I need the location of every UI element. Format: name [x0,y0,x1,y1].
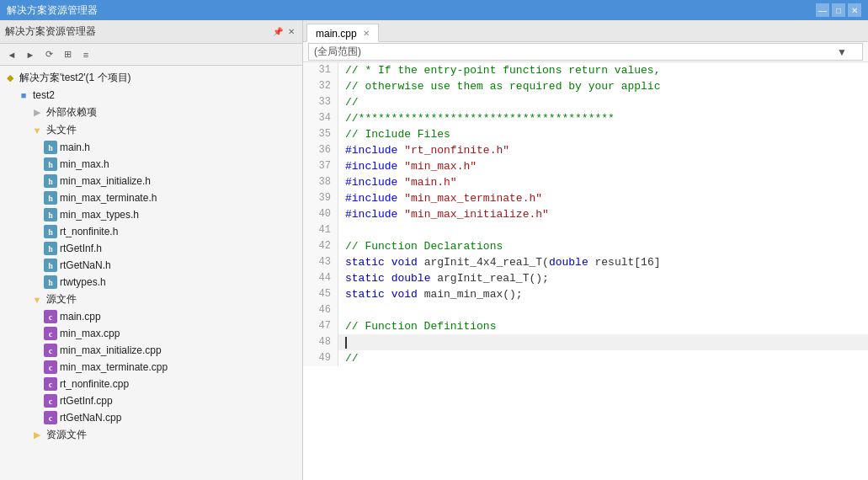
sidebar-pin-button[interactable]: 📌 [272,26,284,38]
title-bar: 解决方案资源管理器 — □ ✕ [0,0,868,20]
tree-item-7[interactable]: hmin_max_terminate.h [0,189,302,206]
code-line-39[interactable]: 39#include "min_max_terminate.h" [303,190,868,206]
tree-label: rtwtypes.h [60,276,106,288]
tree-label: rt_nonfinite.cpp [60,378,129,390]
code-line-33[interactable]: 33// [303,94,868,110]
keyword-token: static [345,272,385,285]
header-icon: h [44,242,57,255]
preprocessor-token: #include [345,160,397,173]
plain-token: result[16] [588,256,661,269]
string-token: "rt_nonfinite.h" [404,144,509,157]
preprocessor-token: #include [345,176,397,189]
code-line-31[interactable]: 31// * If the entry-point functions retu… [303,62,868,78]
line-number-46: 46 [303,302,338,318]
toolbar-forward-button[interactable]: ► [22,46,39,63]
code-line-49[interactable]: 49// [303,350,868,366]
tree-item-0[interactable]: ◆解决方案'test2'(1 个项目) [0,69,302,87]
tree-item-1[interactable]: ■test2 [0,87,302,104]
tree-label: rtGetInf.h [60,243,102,254]
tree-item-6[interactable]: hmin_max_initialize.h [0,173,302,189]
tree-label: rt_nonfinite.h [60,226,118,237]
cpp-icon: c [44,344,57,357]
line-number-42: 42 [303,238,338,254]
tree-label: 源文件 [46,292,77,307]
line-content-32: // otherwise use them as required by you… [338,78,660,94]
tab-close-button[interactable]: ✕ [363,29,370,38]
code-line-43[interactable]: 43static void argInit_4x4_real_T(double … [303,254,868,270]
line-content-42: // Function Declarations [338,238,503,254]
code-line-48[interactable]: 48 [303,334,868,350]
toolbar-properties-button[interactable]: ≡ [77,46,94,63]
plain-token: main_min_max(); [418,288,523,301]
header-icon: h [44,259,57,272]
tree-item-14[interactable]: cmain.cpp [0,308,302,325]
cpp-icon: c [44,310,57,323]
line-content-41 [338,222,345,238]
code-line-34[interactable]: 34//************************************… [303,110,868,126]
code-line-47[interactable]: 47// Function Definitions [303,318,868,334]
cpp-icon: c [44,327,57,340]
tree-item-21[interactable]: ▶资源文件 [0,426,302,444]
code-line-36[interactable]: 36#include "rt_nonfinite.h" [303,142,868,158]
tree-item-10[interactable]: hrtGetInf.h [0,240,302,257]
comment-token: // [345,96,359,109]
maximize-button[interactable]: □ [832,3,845,17]
close-button[interactable]: ✕ [848,3,861,17]
code-area[interactable]: 31// * If the entry-point functions retu… [303,62,868,480]
scope-dropdown[interactable]: (全局范围) ▼ [308,43,863,61]
sidebar-tree: ◆解决方案'test2'(1 个项目)■test2▶外部依赖项▼头文件hmain… [0,66,302,480]
code-line-35[interactable]: 35// Include Files [303,126,868,142]
line-content-46 [338,302,345,318]
tree-item-20[interactable]: crtGetNaN.cpp [0,409,302,426]
header-icon: h [44,141,57,154]
code-line-37[interactable]: 37#include "min_max.h" [303,158,868,174]
cpp-icon: c [44,360,57,374]
tree-item-9[interactable]: hrt_nonfinite.h [0,223,302,240]
code-line-41[interactable]: 41 [303,222,868,238]
toolbar-sync-button[interactable]: ⟳ [40,46,57,63]
tree-item-11[interactable]: hrtGetNaN.h [0,257,302,274]
line-number-33: 33 [303,94,338,110]
code-line-45[interactable]: 45static void main_min_max(); [303,286,868,302]
tree-item-5[interactable]: hmin_max.h [0,156,302,173]
tree-item-3[interactable]: ▼头文件 [0,121,302,139]
line-number-44: 44 [303,270,338,286]
sidebar: 解决方案资源管理器 📌 ✕ ◄ ► ⟳ ⊞ ≡ ◆解决方案'test2'(1 个… [0,20,303,480]
line-number-41: 41 [303,222,338,238]
code-line-40[interactable]: 40#include "min_max_initialize.h" [303,206,868,222]
code-line-32[interactable]: 32// otherwise use them as required by y… [303,78,868,94]
tree-item-12[interactable]: hrtwtypes.h [0,274,302,291]
toolbar-new-solution-button[interactable]: ⊞ [59,46,76,63]
tree-item-13[interactable]: ▼源文件 [0,291,302,308]
line-content-34: //**************************************… [338,110,615,126]
sidebar-header-actions: 📌 ✕ [272,26,297,38]
line-number-49: 49 [303,350,338,366]
code-line-42[interactable]: 42// Function Declarations [303,238,868,254]
tree-item-17[interactable]: cmin_max_terminate.cpp [0,359,302,376]
line-number-40: 40 [303,206,338,222]
toolbar-back-button[interactable]: ◄ [3,46,20,63]
tree-item-16[interactable]: cmin_max_initialize.cpp [0,342,302,359]
tree-item-18[interactable]: crt_nonfinite.cpp [0,376,302,392]
tree-label: rtGetInf.cpp [60,395,113,407]
keyword-token: double [391,272,431,285]
line-number-31: 31 [303,62,338,78]
header-icon: h [44,225,57,238]
sidebar-close-button[interactable]: ✕ [285,26,297,38]
code-line-38[interactable]: 38#include "main.h" [303,174,868,190]
minimize-button[interactable]: — [816,3,829,17]
code-line-44[interactable]: 44static double argInit_real_T(); [303,270,868,286]
tree-item-2[interactable]: ▶外部依赖项 [0,104,302,121]
code-line-46[interactable]: 46 [303,302,868,318]
tree-item-4[interactable]: hmain.h [0,139,302,156]
tree-item-15[interactable]: cmin_max.cpp [0,325,302,342]
keyword-token: static [345,288,385,301]
tree-item-8[interactable]: hmin_max_types.h [0,206,302,223]
line-content-43: static void argInit_4x4_real_T(double re… [338,254,661,270]
tab-bar: main.cpp ✕ [303,20,868,42]
tree-item-19[interactable]: crtGetInf.cpp [0,392,302,409]
tab-main-cpp[interactable]: main.cpp ✕ [306,24,379,42]
tree-label: 解决方案'test2'(1 个项目) [19,71,131,85]
line-number-35: 35 [303,126,338,142]
string-token: "min_max.h" [404,160,477,173]
